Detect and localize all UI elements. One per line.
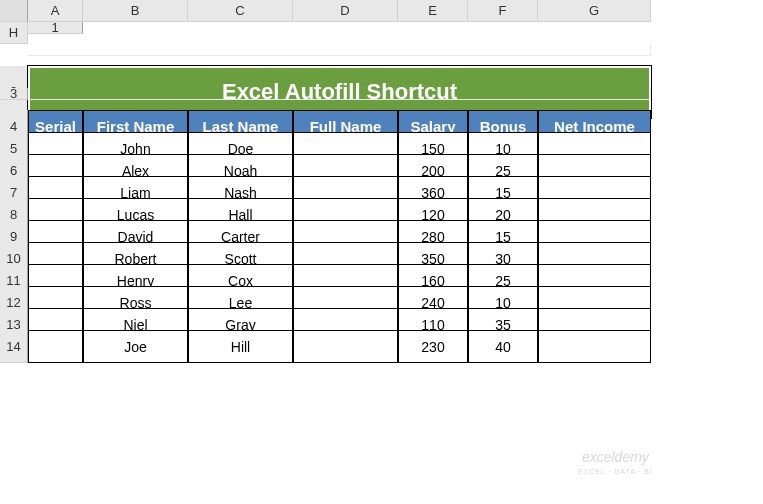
- cell[interactable]: [28, 88, 651, 100]
- select-all-corner[interactable]: [0, 0, 28, 22]
- col-header-b[interactable]: B: [83, 0, 188, 22]
- col-header-g[interactable]: G: [538, 0, 651, 22]
- row-header-14[interactable]: 14: [0, 330, 28, 363]
- row-header-3[interactable]: 3: [0, 88, 28, 100]
- col-header-a[interactable]: A: [28, 0, 83, 22]
- watermark-main: exceldemy: [582, 449, 649, 465]
- cell-net[interactable]: [538, 330, 651, 363]
- col-header-e[interactable]: E: [398, 0, 468, 22]
- col-header-h[interactable]: H: [0, 22, 28, 44]
- cell-last-name[interactable]: Hill: [188, 330, 293, 363]
- col-header-c[interactable]: C: [188, 0, 293, 22]
- cell-salary[interactable]: 230: [398, 330, 468, 363]
- cell-serial[interactable]: [28, 330, 83, 363]
- cell-bonus[interactable]: 40: [468, 330, 538, 363]
- cell-first-name[interactable]: Joe: [83, 330, 188, 363]
- cell[interactable]: [28, 44, 651, 56]
- spreadsheet-grid: A B C D E F G H 1 2 Excel Autofill Short…: [0, 0, 763, 352]
- watermark-sub: EXCEL · DATA · BI: [578, 468, 653, 475]
- col-header-d[interactable]: D: [293, 0, 398, 22]
- cell-full-name[interactable]: [293, 330, 398, 363]
- row-header-1[interactable]: 1: [28, 22, 83, 34]
- watermark: exceldemy EXCEL · DATA · BI: [578, 451, 653, 478]
- col-header-f[interactable]: F: [468, 0, 538, 22]
